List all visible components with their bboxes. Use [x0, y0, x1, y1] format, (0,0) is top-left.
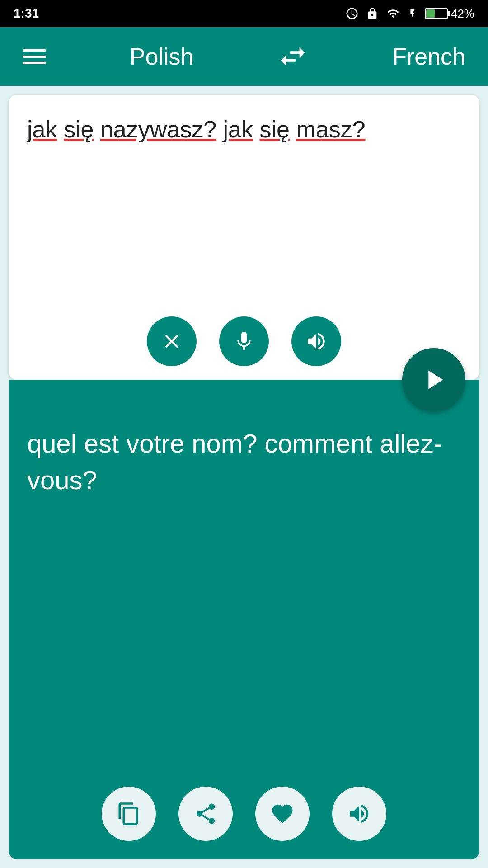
word-sie2: się: [260, 116, 290, 142]
input-controls: [27, 316, 461, 366]
translate-button[interactable]: [402, 348, 465, 411]
status-time: 1:31: [14, 6, 39, 21]
menu-button[interactable]: [23, 49, 46, 64]
word-nazywasz: nazywasz?: [100, 116, 216, 142]
source-language[interactable]: Polish: [130, 43, 194, 70]
charging-icon: [408, 7, 418, 20]
share-button[interactable]: [178, 787, 233, 841]
word-jak2: jak: [223, 116, 253, 142]
battery-indicator: 42%: [425, 7, 474, 21]
speak-output-button[interactable]: [332, 787, 386, 841]
speak-input-button[interactable]: [291, 316, 341, 366]
mic-button[interactable]: [219, 316, 269, 366]
output-section: quel est votre nom? comment allez-vous?: [9, 380, 479, 859]
status-bar: 1:31 4: [0, 0, 488, 27]
target-language[interactable]: French: [392, 43, 465, 70]
swap-languages-button[interactable]: [277, 41, 309, 72]
word-masz: masz?: [296, 116, 365, 142]
word-sie1: się: [64, 116, 94, 142]
nav-bar: Polish French: [0, 27, 488, 86]
favorite-button[interactable]: [255, 787, 310, 841]
battery-percent: 42%: [451, 7, 474, 21]
alarm-icon: [345, 7, 359, 20]
status-icons: 42%: [345, 7, 474, 21]
word-jak1: jak: [27, 116, 57, 142]
clear-button[interactable]: [147, 316, 197, 366]
output-controls: [27, 787, 461, 841]
input-text[interactable]: jak się nazywasz? jak się masz?: [27, 113, 461, 303]
lock-icon: [366, 7, 379, 20]
signal-icon: [386, 7, 400, 20]
output-text: quel est votre nom? comment allez-vous?: [27, 425, 461, 498]
copy-button[interactable]: [102, 787, 156, 841]
input-section: jak się nazywasz? jak się masz?: [9, 95, 479, 380]
main-content: jak się nazywasz? jak się masz?: [0, 86, 488, 868]
